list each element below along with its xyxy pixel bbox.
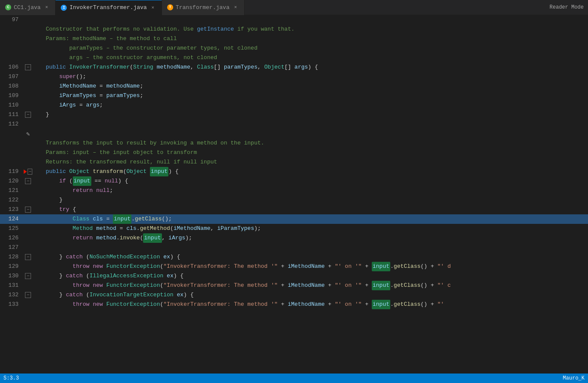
line-number: 109	[0, 91, 24, 100]
tab-transformer[interactable]: T Transformer.java ×	[162, 0, 245, 15]
fold-icon[interactable]: −	[25, 178, 31, 184]
reader-mode-label: Reader Mode	[550, 4, 588, 10]
code-line: throw new FunctorException("InvokerTrans…	[32, 262, 451, 271]
doc-comment: Params: input – the input object to tran…	[32, 148, 197, 157]
fold-icon[interactable]: −	[28, 169, 32, 175]
code-line: Transforms the input to result by invoki…	[32, 138, 264, 148]
table-row: 110 iArgs = args;	[0, 100, 588, 110]
gutter-icons	[24, 53, 32, 63]
string: "InvokerTransformer: The method '"	[163, 262, 277, 271]
gutter-icons	[24, 44, 32, 53]
tab-icon-transformer: T	[167, 4, 173, 10]
doc-comment: Params: methodName – the method to call	[32, 34, 177, 44]
type: Object	[264, 63, 284, 72]
code-line: Constructor that performs no validation.…	[32, 25, 295, 34]
table-row: 124 Class cls = input.getClass();	[0, 214, 588, 224]
gutter-icons	[24, 281, 32, 290]
gutter-icons	[24, 119, 32, 129]
tab-label-cc1: CC1.java	[14, 4, 40, 11]
fold-icon[interactable]: −	[25, 207, 31, 213]
type: Method	[32, 224, 96, 233]
tab-close-transformer[interactable]: ×	[232, 4, 239, 11]
fold-icon[interactable]: −	[25, 112, 31, 118]
line-number: 133	[0, 300, 24, 309]
line-number	[0, 34, 24, 44]
fold-icon[interactable]: −	[25, 273, 31, 279]
code-line: }	[32, 110, 49, 119]
type: FunctorException	[106, 262, 160, 271]
table-row: 127	[0, 243, 588, 252]
fold-icon[interactable]: −	[25, 254, 31, 260]
table-row: 128 − } catch (NoSuchMethodException ex)…	[0, 252, 588, 262]
type: InvokerTransformer	[69, 63, 130, 72]
method-name: getClass	[394, 262, 420, 271]
keyword: if	[32, 176, 69, 186]
status-position: S:3.3	[3, 375, 19, 381]
code-editor[interactable]: 97 Constructor that performs no validati…	[0, 15, 588, 383]
code-line: throw new FunctorException("InvokerTrans…	[32, 300, 444, 309]
line-number	[0, 53, 24, 63]
status-bar: S:3.3 Mauro_K	[0, 374, 588, 383]
variable: iMethodName	[32, 82, 100, 91]
keyword: public	[32, 63, 69, 72]
editor: 97 Constructor that performs no validati…	[0, 15, 588, 383]
keyword: try	[32, 205, 73, 214]
punctuation: (	[130, 63, 133, 72]
line-number: 124	[0, 214, 24, 224]
line-number: 112	[0, 119, 24, 129]
tab-label-transformer: Transformer.java	[176, 4, 230, 11]
keyword: super	[32, 72, 76, 82]
code-line: super();	[32, 72, 86, 82]
breakpoint-arrow-icon	[24, 170, 27, 174]
gutter-icons: −	[24, 110, 32, 119]
tab-close-invoker[interactable]: ×	[149, 4, 156, 11]
tab-icon-cc1: C	[5, 4, 11, 10]
gutter-icons	[24, 34, 32, 44]
gutter-icons	[24, 157, 32, 167]
table-row: ✎	[0, 129, 588, 138]
line-number: 127	[0, 243, 24, 252]
gutter-icons: −	[24, 271, 32, 281]
type: NoSuchMethodException	[90, 252, 164, 262]
highlighted-param: input	[143, 233, 162, 243]
gutter-icons	[24, 195, 32, 205]
tab-close-cc1[interactable]: ×	[43, 4, 50, 11]
code-line: Params: input – the input object to tran…	[32, 148, 197, 157]
table-row: 119 − public Object transform(Object inp…	[0, 167, 588, 176]
method-name: invoke	[120, 233, 140, 243]
variable: cls	[93, 214, 106, 224]
line-number: 119	[0, 167, 24, 176]
line-number: 123	[0, 205, 24, 214]
keyword: new	[93, 300, 106, 309]
code-line: if (input == null) {	[32, 176, 128, 186]
keyword: new	[93, 281, 106, 290]
tab-cc1[interactable]: C CC1.java ×	[0, 0, 56, 15]
fold-icon[interactable]: −	[25, 292, 31, 298]
status-right: Mauro_K	[563, 375, 585, 381]
gutter-icons	[24, 262, 32, 271]
code-line: public InvokerTransformer(String methodN…	[32, 63, 318, 72]
gutter-icons	[24, 82, 32, 91]
line-number: 108	[0, 82, 24, 91]
method-name: getClass	[394, 300, 420, 309]
gutter-icons: −	[24, 167, 32, 176]
line-number: 131	[0, 281, 24, 290]
gutter-icons	[24, 186, 32, 195]
table-row: 133 throw new FunctorException("InvokerT…	[0, 300, 588, 309]
table-row: paramTypes – the constructor parameter t…	[0, 44, 588, 53]
code-line: iMethodName = methodName;	[32, 82, 143, 91]
tab-invoker[interactable]: I InvokerTransformer.java ×	[56, 0, 162, 15]
table-row: 130 − } catch (IllegalAccessException ex…	[0, 271, 588, 281]
variable: iMethodName	[288, 262, 325, 271]
string: "' on '"	[335, 281, 361, 290]
line-number: 121	[0, 186, 24, 195]
line-number	[0, 129, 24, 138]
code-line: } catch (InvocationTargetException ex) {	[32, 290, 194, 300]
variable: ex	[177, 290, 184, 300]
gutter-icons: −	[24, 205, 32, 214]
keyword: throw	[32, 281, 93, 290]
highlighted-param: input	[113, 214, 131, 224]
keyword: public	[32, 167, 69, 176]
line-number: 120	[0, 176, 24, 186]
fold-icon[interactable]: −	[25, 64, 31, 70]
